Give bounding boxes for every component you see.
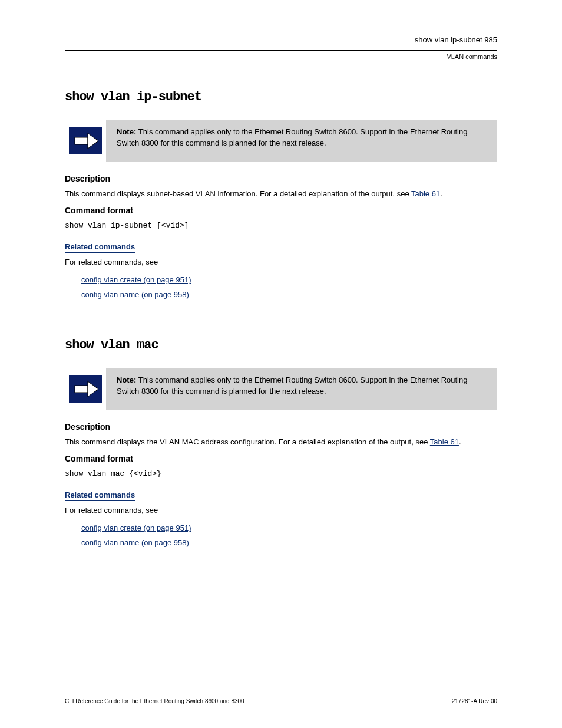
format-label: Command format	[65, 206, 497, 215]
note-text: This command applies only to the Etherne…	[117, 375, 467, 396]
related-link[interactable]: config vlan create (on page 951)	[81, 523, 191, 532]
note-content: Note: This command applies only to the E…	[106, 120, 497, 162]
page-footer: CLI Reference Guide for the Ethernet Rou…	[0, 698, 562, 704]
description-paragraph: This command displays the VLAN MAC addre…	[65, 436, 497, 448]
command-format: show vlan ip-subnet [<vid>]	[65, 220, 497, 232]
page-number: show vlan ip-subnet 985	[65, 35, 497, 44]
description-after: .	[440, 189, 442, 198]
description-paragraph: This command displays subnet-based VLAN …	[65, 188, 497, 200]
description-link[interactable]: Table 61	[430, 437, 459, 446]
note-block: Note: This command applies only to the E…	[65, 368, 497, 410]
note-prefix: Note:	[117, 127, 138, 136]
command-format: show vlan mac {<vid>}	[65, 468, 497, 480]
command-section-ip-subnet: show vlan ip-subnet Note: This command a…	[65, 90, 497, 302]
note-content: Note: This command applies only to the E…	[106, 368, 497, 410]
description-label: Description	[65, 422, 497, 431]
command-heading: show vlan mac	[65, 338, 497, 353]
description-before: This command displays subnet-based VLAN …	[65, 189, 411, 198]
related-list: config vlan create (on page 951) config …	[81, 273, 497, 302]
related-link[interactable]: config vlan create (on page 951)	[81, 275, 191, 284]
footer-right: 217281-A Rev 00	[452, 698, 497, 704]
related-link[interactable]: config vlan name (on page 958)	[81, 538, 189, 547]
svg-rect-6	[75, 386, 88, 393]
note-prefix: Note:	[117, 375, 138, 384]
format-label: Command format	[65, 454, 497, 463]
note-text: This command applies only to the Etherne…	[117, 127, 467, 147]
description-after: .	[459, 437, 461, 446]
section-name: VLAN commands	[65, 53, 497, 60]
related-list: config vlan create (on page 951) config …	[81, 521, 497, 550]
related-link[interactable]: config vlan name (on page 958)	[81, 290, 189, 299]
related-commands-heading: Related commands	[65, 490, 135, 501]
command-section-mac: show vlan mac Note: This command applies…	[65, 338, 497, 551]
description-link[interactable]: Table 61	[411, 189, 440, 198]
related-intro: For related commands, see	[65, 505, 497, 516]
command-heading: show vlan ip-subnet	[65, 90, 497, 104]
description-before: This command displays the VLAN MAC addre…	[65, 437, 430, 446]
arrow-right-icon	[65, 120, 106, 162]
header-rule	[65, 50, 497, 51]
related-intro: For related commands, see	[65, 256, 497, 268]
arrow-right-icon	[65, 368, 106, 410]
footer-left: CLI Reference Guide for the Ethernet Rou…	[65, 698, 244, 704]
svg-rect-1	[75, 137, 88, 144]
related-commands-heading: Related commands	[65, 242, 135, 253]
note-block: Note: This command applies only to the E…	[65, 120, 497, 162]
description-label: Description	[65, 174, 497, 183]
